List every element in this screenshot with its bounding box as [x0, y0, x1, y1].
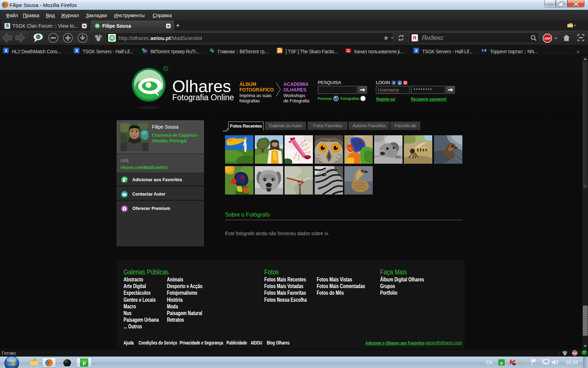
svg-text:g: g	[399, 81, 400, 85]
svg-text:ABP: ABP	[544, 37, 551, 40]
svg-text:R: R	[164, 67, 167, 70]
svg-text:X: X	[415, 48, 418, 53]
svg-text:μ: μ	[83, 360, 86, 366]
svg-text:X: X	[5, 48, 7, 53]
svg-text:μ: μ	[500, 361, 503, 365]
svg-text:X: X	[75, 48, 78, 53]
svg-text:ABP: ABP	[573, 352, 577, 354]
svg-text:Tube: Tube	[346, 50, 350, 53]
